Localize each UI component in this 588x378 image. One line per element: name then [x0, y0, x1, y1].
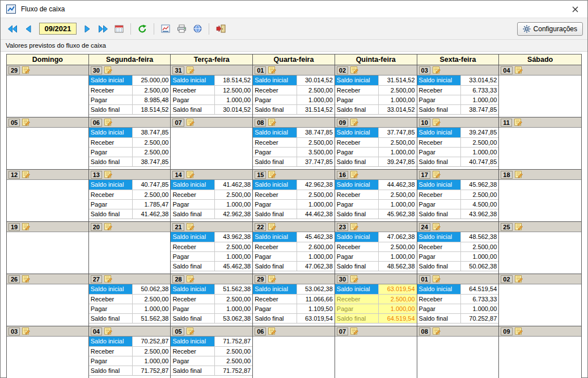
day-notes-button[interactable]	[268, 327, 276, 335]
day-notes-button[interactable]	[515, 223, 523, 230]
day-notes-button[interactable]	[515, 66, 523, 74]
month-year-input[interactable]	[39, 23, 77, 35]
day-cell[interactable]: 19	[7, 222, 89, 274]
day-cell[interactable]: 29	[7, 65, 89, 117]
refresh-button[interactable]	[135, 22, 150, 36]
next-month-button[interactable]	[80, 22, 95, 36]
day-notes-button[interactable]	[268, 66, 276, 74]
day-cell[interactable]: 31Saldo inicial18.514,52Receber12.500,00…	[171, 65, 253, 117]
day-cell[interactable]: 24Saldo inicial48.562,38Receber2.500,00P…	[417, 222, 500, 274]
day-notes-button[interactable]	[187, 275, 194, 283]
day-cell[interactable]: 01Saldo inicial64.519,54Receber6.733,33P…	[417, 274, 500, 326]
day-cell[interactable]: 17Saldo inicial45.962,38Receber2.500,00P…	[417, 170, 500, 221]
print-button[interactable]	[174, 22, 189, 36]
day-cell[interactable]: 20	[89, 222, 171, 274]
day-cell[interactable]: 21Saldo inicial43.962,38Receber2.500,00P…	[171, 222, 253, 274]
day-cell[interactable]: 13Saldo inicial40.747,85Receber2.500,00P…	[89, 170, 171, 221]
day-cell[interactable]: 03	[7, 326, 89, 378]
close-button[interactable]	[565, 2, 585, 16]
day-cell[interactable]: 08Saldo inicial38.747,85Receber2.500,00P…	[253, 117, 335, 169]
day-cell[interactable]: 07	[335, 326, 417, 378]
day-notes-button[interactable]	[350, 66, 358, 74]
day-cell[interactable]: 09	[499, 326, 581, 378]
day-notes-button[interactable]	[350, 223, 358, 230]
day-notes-button[interactable]	[515, 171, 523, 178]
day-cell[interactable]: 15Saldo inicial42.962,38Receber2.500,00P…	[253, 170, 335, 221]
day-cell[interactable]: 04	[499, 65, 581, 117]
day-notes-button[interactable]	[433, 275, 441, 283]
day-notes-button[interactable]	[350, 171, 358, 178]
day-cell[interactable]: 09Saldo inicial37.747,85Receber2.500,00P…	[335, 117, 417, 169]
day-cell[interactable]: 18	[499, 170, 581, 221]
day-cell[interactable]: 27Saldo inicial50.062,38Receber2.500,00P…	[89, 274, 171, 326]
day-cell[interactable]: 14Saldo inicial41.462,38Receber2.500,00P…	[171, 170, 253, 221]
exit-button[interactable]	[213, 22, 228, 36]
day-notes-button[interactable]	[350, 327, 358, 335]
day-cell[interactable]: 25	[499, 222, 581, 274]
day-cell[interactable]: 12	[7, 170, 89, 221]
day-notes-button[interactable]	[433, 223, 441, 230]
day-notes-button[interactable]	[433, 119, 441, 126]
day-notes-button[interactable]	[104, 223, 112, 230]
day-cell[interactable]: 03Saldo inicial33.014,52Receber6.733,33P…	[417, 65, 500, 117]
notes-icon	[104, 223, 112, 230]
day-notes-button[interactable]	[187, 327, 194, 335]
internet-button[interactable]	[190, 22, 205, 36]
day-notes-button[interactable]	[268, 171, 276, 178]
calendar-picker-button[interactable]	[112, 22, 126, 36]
day-notes-button[interactable]	[268, 275, 276, 283]
day-notes-button[interactable]	[104, 327, 112, 335]
day-cell[interactable]: 05Saldo inicial71.752,87Receber2.500,00P…	[171, 326, 253, 378]
day-notes-button[interactable]	[433, 66, 441, 74]
summary-row: Receber2.500,00	[89, 85, 171, 95]
day-notes-button[interactable]	[187, 119, 194, 126]
day-cell[interactable]: 07	[171, 117, 253, 169]
day-notes-button[interactable]	[433, 171, 441, 178]
day-cell[interactable]: 02Saldo inicial31.514,52Receber2.500,00P…	[335, 65, 417, 117]
day-cell[interactable]: 10Saldo inicial39.247,85Receber2.500,00P…	[417, 117, 500, 169]
day-cell[interactable]: 08	[417, 326, 500, 378]
day-cell[interactable]: 05	[7, 117, 89, 169]
day-notes-button[interactable]	[104, 275, 112, 283]
day-cell[interactable]: 26	[7, 274, 89, 326]
day-notes-button[interactable]	[187, 171, 194, 178]
chart-button[interactable]	[158, 22, 173, 36]
day-cell[interactable]: 22Saldo inicial45.462,38Receber2.600,00P…	[253, 222, 335, 274]
day-cell[interactable]: 02	[499, 274, 581, 326]
day-notes-button[interactable]	[104, 171, 112, 178]
first-month-button[interactable]	[5, 22, 20, 36]
day-notes-button[interactable]	[187, 223, 194, 230]
day-notes-button[interactable]	[268, 119, 276, 126]
day-cell[interactable]: 16Saldo inicial44.462,38Receber2.500,00P…	[335, 170, 417, 221]
day-notes-button[interactable]	[22, 66, 30, 74]
day-notes-button[interactable]	[104, 66, 112, 74]
day-header: Domingo	[7, 54, 89, 65]
day-notes-button[interactable]	[514, 119, 522, 126]
day-notes-button[interactable]	[268, 223, 276, 230]
day-cell[interactable]: 04Saldo inicial70.252,87Receber2.500,00P…	[89, 326, 171, 378]
day-cell[interactable]: 30Saldo inicial25.000,00Receber2.500,00P…	[89, 65, 171, 117]
day-notes-button[interactable]	[22, 223, 30, 230]
day-notes-button[interactable]	[350, 275, 358, 283]
previous-month-button[interactable]	[21, 22, 36, 36]
day-notes-button[interactable]	[104, 119, 112, 126]
last-month-button[interactable]	[96, 22, 111, 36]
day-notes-button[interactable]	[350, 119, 358, 126]
day-notes-button[interactable]	[22, 171, 30, 178]
day-cell[interactable]: 29Saldo inicial53.062,38Receber11.066,66…	[253, 274, 335, 326]
day-notes-button[interactable]	[515, 275, 523, 283]
day-cell[interactable]: 28Saldo inicial51.562,38Receber2.500,00P…	[171, 274, 253, 326]
day-cell[interactable]: 11	[499, 117, 581, 169]
day-notes-button[interactable]	[22, 119, 30, 126]
day-cell[interactable]: 23Saldo inicial47.062,38Receber2.500,00P…	[335, 222, 417, 274]
day-notes-button[interactable]	[515, 327, 523, 335]
day-cell[interactable]: 06	[253, 326, 335, 378]
day-cell[interactable]: 06Saldo inicial38.747,85Receber2.500,00P…	[89, 117, 171, 169]
day-notes-button[interactable]	[187, 66, 194, 74]
day-notes-button[interactable]	[433, 327, 441, 335]
settings-button[interactable]: Configurações	[517, 22, 583, 36]
day-cell[interactable]: 01Saldo inicial30.014,52Receber2.500,00P…	[253, 65, 335, 117]
day-cell[interactable]: 30Saldo inicial63.019,54Receber2.500,00P…	[335, 274, 417, 326]
day-notes-button[interactable]	[22, 275, 30, 283]
day-notes-button[interactable]	[22, 327, 30, 335]
